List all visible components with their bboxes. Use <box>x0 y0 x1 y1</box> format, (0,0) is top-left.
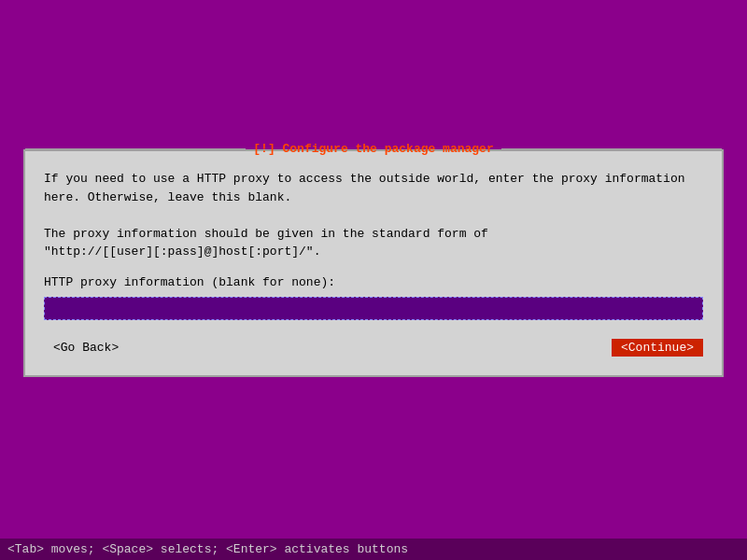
dialog-content: If you need to use a HTTP proxy to acces… <box>25 156 722 375</box>
dialog-titlebar: [!] Configure the package manager <box>25 142 722 156</box>
proxy-input[interactable] <box>50 301 697 315</box>
desc-line2: here. Otherwise, leave this blank. <box>44 190 291 204</box>
proxy-input-container[interactable] <box>44 297 703 320</box>
dialog: [!] Configure the package manager If you… <box>23 149 724 377</box>
proxy-label: HTTP proxy information (blank for none): <box>44 275 703 289</box>
title-line-right <box>501 148 722 150</box>
continue-button[interactable]: <Continue> <box>612 339 703 357</box>
description-text: If you need to use a HTTP proxy to acces… <box>44 170 703 261</box>
dialog-title: [!] Configure the package manager <box>246 142 500 156</box>
status-text: <Tab> moves; <Space> selects; <Enter> ac… <box>7 542 408 556</box>
title-line-left <box>25 148 246 150</box>
go-back-button[interactable]: <Go Back> <box>44 339 128 357</box>
desc-line1: If you need to use a HTTP proxy to acces… <box>44 172 685 186</box>
buttons-row: <Go Back> <Continue> <box>44 334 703 361</box>
status-bar: <Tab> moves; <Space> selects; <Enter> ac… <box>0 539 747 560</box>
desc-line4: The proxy information should be given in… <box>44 227 488 241</box>
desc-line5: "http://[[user][:pass]@]host[:port]/". <box>44 245 320 259</box>
